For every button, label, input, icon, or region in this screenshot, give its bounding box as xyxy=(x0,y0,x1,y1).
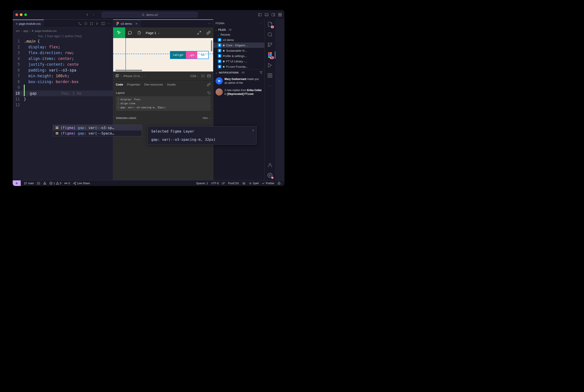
sidebar-item[interactable]: ◆Core - Origami… xyxy=(214,42,264,48)
layout-sidebar-right-icon[interactable] xyxy=(272,13,275,16)
tab-dev-resources[interactable]: Dev resources xyxy=(144,83,163,86)
figma-link-icon[interactable] xyxy=(204,28,213,38)
figma-cursor-tool[interactable] xyxy=(113,28,125,38)
command-center[interactable]: demo-o3 xyxy=(102,12,198,18)
tooltip-title: Selected Figma Layer xyxy=(151,129,253,134)
nav-back-button[interactable] xyxy=(85,13,89,17)
more-icon[interactable]: ··· xyxy=(107,22,111,26)
more-actions-icon[interactable] xyxy=(90,22,93,26)
sidebar-item[interactable]: Profile & settings… xyxy=(214,53,264,58)
minimize-window-button[interactable] xyxy=(20,13,22,16)
git-compare-icon[interactable] xyxy=(78,22,82,26)
figma-breadcrumb[interactable]: iPhone 13 m… xyxy=(124,74,142,78)
figma-lang-selector[interactable]: CSS ⌄ xyxy=(190,74,199,78)
autocomplete-popup[interactable]: (Figma) gap: var(--o3-sp… (Figma) gap: v… xyxy=(53,125,142,136)
statusbar: main 1 0 0 Live Share Spaces: 2 UTF-8 LF… xyxy=(13,180,284,186)
more-icon[interactable]: ··· xyxy=(208,22,213,26)
layout-panel-icon[interactable] xyxy=(265,13,268,16)
spell-button[interactable]: Spell xyxy=(247,182,260,185)
maximize-window-button[interactable] xyxy=(24,13,27,16)
scrollbar-vertical[interactable] xyxy=(211,40,212,52)
more-icon[interactable]: ··· xyxy=(267,83,273,89)
tab-properties[interactable]: Properties xyxy=(127,83,140,86)
autocomplete-item[interactable]: (Figma) gap: var(--o3-sp… xyxy=(53,125,142,130)
notification-item[interactable]: 2 new replies from Erika Cellai in [Depr… xyxy=(214,87,264,98)
figma-extension-icon[interactable]: 30 xyxy=(267,52,273,58)
indentation-button[interactable]: Spaces: 2 xyxy=(195,182,210,185)
ports-button[interactable]: 0 xyxy=(63,182,72,185)
layers-icon[interactable] xyxy=(115,74,119,78)
search-icon xyxy=(142,13,144,16)
hover-tooltip: ✕ Selected Figma Layer gap: var(--o3-spa… xyxy=(148,126,256,144)
svg-point-45 xyxy=(268,46,269,47)
layout-sidebar-left-icon[interactable] xyxy=(258,13,262,16)
figma-canvas[interactable]: Let's go! ...g/m No xyxy=(113,38,213,72)
sidebar-item[interactable]: o3 demo xyxy=(214,37,264,42)
figma-code-block[interactable]: 1display: flex; 2align-item 3gap: var(--… xyxy=(116,96,210,111)
editor-tab[interactable]: # page.module.css xyxy=(13,20,44,28)
svg-point-47 xyxy=(268,52,270,54)
run-debug-icon[interactable] xyxy=(267,62,273,68)
sidebar-item[interactable]: ◆Ft.com Founda… xyxy=(214,64,264,69)
git-stash-button[interactable] xyxy=(42,182,48,185)
link-plus-icon[interactable] xyxy=(207,83,210,86)
search-icon[interactable] xyxy=(267,32,273,38)
sidebar-section-notifications[interactable]: ⌄ NOTIFICATIONS All xyxy=(214,69,264,76)
layout-customize-icon[interactable] xyxy=(278,13,282,16)
prettier-button[interactable]: Prettier xyxy=(260,182,276,185)
sidebar-panel: FIGMA ··· ⌄ FILES All ⌄ Recents o3 demo … xyxy=(213,20,264,180)
timeline-icon[interactable] xyxy=(84,22,88,26)
close-icon[interactable]: ✕ xyxy=(252,128,254,132)
figma-tab[interactable]: o3 demo ✕ xyxy=(113,20,141,28)
sidebar-title: FIGMA xyxy=(216,22,225,25)
svg-rect-11 xyxy=(280,15,282,16)
svg-rect-73 xyxy=(242,182,245,184)
notification-item[interactable]: M Mary Godservant made you an admin of t… xyxy=(214,76,264,87)
run-icon[interactable] xyxy=(96,22,99,26)
gitlens-annotation[interactable]: You, 1 hour ago | 1 author (You) xyxy=(13,34,113,38)
sidebar-item[interactable]: ◆Sustainable Vi… xyxy=(214,48,264,53)
figma-expand-icon[interactable] xyxy=(194,28,204,38)
language-mode-button[interactable]: PostCSS xyxy=(226,182,240,185)
figma-selected-frame[interactable]: Let's go! ...g/m No xyxy=(170,51,209,59)
remote-button[interactable] xyxy=(13,180,21,186)
liveshare-button[interactable]: Live Share xyxy=(72,182,91,185)
problems-button[interactable]: 1 0 xyxy=(48,182,63,185)
code-editor[interactable]: 1.main { 2 display: flex; 3 flex-directi… xyxy=(13,38,113,108)
sidebar-item[interactable]: ◆FT UI Library -… xyxy=(214,58,264,64)
extensions-icon[interactable] xyxy=(267,72,273,78)
figma-file-icon xyxy=(218,54,222,58)
autocomplete-item[interactable]: (Figma) gap: var(--Space… xyxy=(53,130,142,136)
eol-button[interactable]: LF xyxy=(220,182,226,185)
sidebar-toggle-icon[interactable] xyxy=(207,74,211,78)
git-branch-button[interactable]: main xyxy=(22,182,36,185)
tab-assets[interactable]: Assets xyxy=(167,83,176,86)
notifications-button[interactable] xyxy=(276,182,282,185)
tab-code[interactable]: Code xyxy=(116,83,123,86)
copy-icon[interactable] xyxy=(207,91,210,94)
color-format-selector[interactable]: Hex ⌄ xyxy=(203,116,210,120)
encoding-button[interactable]: UTF-8 xyxy=(210,182,220,185)
account-icon[interactable] xyxy=(267,162,273,168)
settings-icon[interactable] xyxy=(201,74,205,78)
copilot-button[interactable] xyxy=(240,182,247,185)
sidebar-section-files[interactable]: ⌄ FILES All xyxy=(214,28,264,32)
close-window-button[interactable] xyxy=(15,13,18,16)
scrollbar-horizontal[interactable] xyxy=(115,70,142,71)
settings-gear-icon[interactable] xyxy=(267,172,273,178)
filter-icon[interactable] xyxy=(260,71,262,74)
git-sync-button[interactable] xyxy=(36,182,42,185)
breadcrumb[interactable]: src› app› # page.module.css xyxy=(13,28,113,34)
figma-page-selector[interactable]: Page 1 ⌄ xyxy=(144,31,161,35)
svg-point-70 xyxy=(75,184,76,185)
svg-point-61 xyxy=(26,182,26,183)
sidebar-section-recents[interactable]: ⌄ Recents xyxy=(214,32,264,37)
more-icon[interactable]: ··· xyxy=(260,22,262,25)
explorer-icon[interactable]: 1 xyxy=(267,21,273,28)
close-icon[interactable]: ✕ xyxy=(135,22,138,26)
chevron-down-icon: ⌄ xyxy=(158,32,160,34)
figma-comment-tool[interactable] xyxy=(125,28,134,38)
split-editor-icon[interactable] xyxy=(101,22,105,26)
nav-forward-button[interactable] xyxy=(92,13,96,17)
source-control-icon[interactable] xyxy=(267,42,273,48)
